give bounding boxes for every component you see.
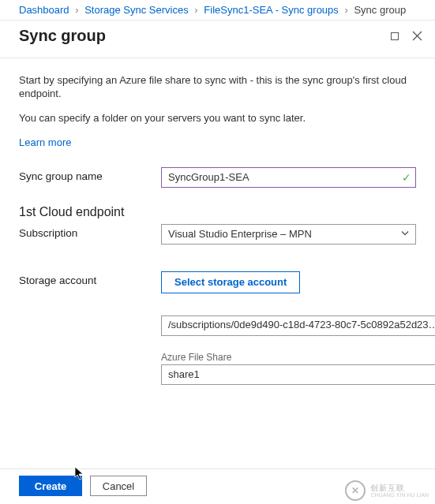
svg-rect-0 — [392, 32, 399, 39]
azure-file-share-label: Azure File Share — [161, 352, 435, 363]
page-title: Sync group — [19, 27, 381, 45]
create-button[interactable]: Create — [19, 476, 82, 496]
intro-text-1: Start by specifying an Azure file share … — [19, 74, 416, 101]
intro-text-2: You can specify a folder on your servers… — [19, 112, 416, 125]
breadcrumb: Dashboard › Storage Sync Services › File… — [0, 0, 435, 21]
chevron-right-icon: › — [75, 4, 78, 16]
storage-account-value[interactable]: /subscriptions/0de9d490-c18d-4723-80c7-5… — [161, 315, 435, 336]
sync-group-name-label: Sync group name — [19, 167, 161, 188]
chevron-right-icon: › — [344, 4, 347, 16]
breadcrumb-current: Sync group — [354, 4, 406, 16]
cloud-endpoint-heading: 1st Cloud endpoint — [19, 205, 416, 219]
blade-body: Start by specifying an Azure file share … — [0, 58, 435, 385]
learn-more-link[interactable]: Learn more — [19, 136, 71, 148]
chevron-right-icon: › — [194, 4, 197, 16]
breadcrumb-storage-sync-services[interactable]: Storage Sync Services — [84, 4, 189, 16]
select-storage-account-button[interactable]: Select storage account — [161, 271, 300, 293]
blade-header: Sync group — [0, 21, 435, 58]
cancel-button[interactable]: Cancel — [90, 476, 147, 496]
azure-file-share-select[interactable]: share1 — [161, 364, 435, 385]
breadcrumb-dashboard[interactable]: Dashboard — [19, 4, 69, 16]
subscription-label: Subscription — [19, 224, 161, 245]
restore-window-button[interactable] — [386, 28, 403, 45]
storage-account-label: Storage account — [19, 271, 161, 385]
subscription-select[interactable]: Visual Studio Enterprise – MPN — [161, 224, 416, 245]
blade-footer: Create Cancel — [0, 469, 435, 504]
breadcrumb-filesync1[interactable]: FileSync1-SEA - Sync groups — [204, 4, 339, 16]
close-button[interactable] — [408, 28, 426, 45]
sync-group-name-input[interactable] — [161, 167, 416, 188]
